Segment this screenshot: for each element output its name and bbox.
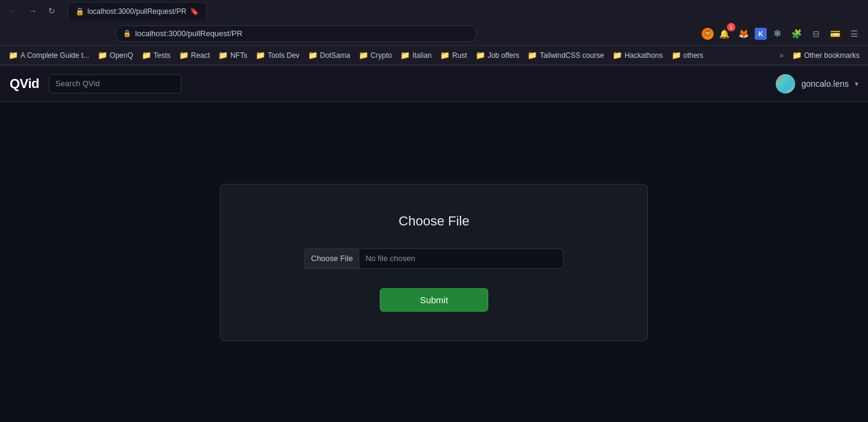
bookmarks-more-button[interactable]: » bbox=[776, 49, 787, 61]
lock-icon: 🔒 bbox=[123, 30, 131, 37]
tab-bar: ← → ↻ 🔒 localhost:3000/pullRequest/PR 🔖 bbox=[0, 0, 868, 22]
folder-icon-8: 📁 bbox=[359, 51, 368, 60]
bookmark-label-14: others bbox=[684, 51, 703, 60]
bookmark-item-8[interactable]: 📁 Crypto bbox=[355, 49, 395, 61]
folder-icon-5: 📁 bbox=[218, 51, 228, 60]
tab-title: localhost:3000/pullRequest/PR bbox=[87, 7, 186, 16]
wallet-icon[interactable]: 💳 bbox=[827, 25, 844, 42]
folder-icon-12: 📁 bbox=[527, 51, 537, 60]
other-bookmarks-label: Other bookmarks bbox=[804, 51, 860, 60]
back-button[interactable]: ← bbox=[5, 2, 22, 19]
folder-icon-9: 📁 bbox=[400, 51, 410, 60]
forward-button[interactable]: → bbox=[24, 2, 41, 19]
bookmarks-bar: 📁 A Complete Guide t... 📁 OpenQ 📁 Tests … bbox=[0, 46, 868, 65]
folder-icon-11: 📁 bbox=[476, 51, 485, 60]
bookmark-item-6[interactable]: 📁 Tools Dev bbox=[252, 49, 303, 61]
tab-nav-buttons: ← → ↻ bbox=[5, 2, 60, 19]
notification-badge: 1 bbox=[727, 23, 735, 31]
bookmark-item-1[interactable]: 📁 A Complete Guide t... bbox=[5, 49, 93, 61]
bookmark-item-4[interactable]: 📁 React bbox=[175, 49, 213, 61]
bookmark-label-2: OpenQ bbox=[110, 51, 133, 60]
bookmark-label-10: Rust bbox=[452, 51, 467, 60]
bookmark-label-3: Tests bbox=[154, 51, 171, 60]
cast-icon[interactable]: ⊟ bbox=[808, 25, 825, 42]
submit-button[interactable]: Submit bbox=[380, 288, 488, 312]
bookmark-item-13[interactable]: 📁 Hackathons bbox=[609, 49, 666, 61]
bookmark-item-10[interactable]: 📁 Rust bbox=[436, 49, 471, 61]
browser-toolbar-icons: 🦁 🔔 1 🦊 K ❄ 🧩 ⊟ 💳 ☰ bbox=[702, 25, 863, 42]
folder-icon-14: 📁 bbox=[671, 51, 681, 60]
other-bookmarks-folder-icon: 📁 bbox=[792, 51, 802, 60]
card-title: Choose File bbox=[398, 213, 469, 229]
folder-icon-3: 📁 bbox=[142, 51, 151, 60]
snowflake-icon[interactable]: ❄ bbox=[769, 25, 786, 42]
metamask-icon[interactable]: 🦊 bbox=[735, 25, 752, 42]
bookmark-label-13: Hackathons bbox=[624, 51, 662, 60]
user-name: goncalo.lens bbox=[801, 79, 849, 89]
bookmark-label-8: Crypto bbox=[371, 51, 392, 60]
bookmark-label-11: Job offers bbox=[488, 51, 519, 60]
bookmark-label-5: NFTs bbox=[230, 51, 247, 60]
bookmark-label-9: Italian bbox=[412, 51, 432, 60]
kagi-icon[interactable]: K bbox=[755, 28, 767, 40]
bookmark-item-7[interactable]: 📁 DotSama bbox=[304, 49, 354, 61]
folder-icon-2: 📁 bbox=[98, 51, 107, 60]
bookmark-item-14[interactable]: 📁 others bbox=[668, 49, 707, 61]
folder-icon-4: 📁 bbox=[179, 51, 189, 60]
brave-shield-icon[interactable]: 🦁 bbox=[702, 28, 714, 40]
folder-icon-1: 📁 bbox=[8, 51, 18, 60]
choose-file-button[interactable]: Choose File bbox=[304, 248, 359, 269]
bookmark-item-12[interactable]: 📁 TailwindCSS course bbox=[524, 49, 608, 61]
menu-icon[interactable]: ☰ bbox=[846, 25, 863, 42]
search-input[interactable] bbox=[49, 74, 181, 93]
bookmark-item-9[interactable]: 📁 Italian bbox=[397, 49, 435, 61]
svg-point-0 bbox=[776, 74, 795, 93]
folder-icon-7: 📁 bbox=[308, 51, 318, 60]
tab-bookmark-icon: 🔖 bbox=[190, 7, 199, 16]
file-input-wrapper: Choose File No file chosen bbox=[304, 248, 564, 269]
bookmark-label-12: TailwindCSS course bbox=[539, 51, 604, 60]
bookmark-label-4: React bbox=[191, 51, 210, 60]
bookmark-item-2[interactable]: 📁 OpenQ bbox=[94, 49, 137, 61]
address-bar-row: 🔒 localhost:3000/pullRequest/PR 🦁 🔔 1 🦊 … bbox=[0, 22, 868, 46]
file-name-display: No file chosen bbox=[359, 248, 564, 269]
folder-icon-13: 📁 bbox=[612, 51, 622, 60]
tab-favicon: 🔒 bbox=[75, 7, 84, 16]
bookmark-item-5[interactable]: 📁 NFTs bbox=[215, 49, 251, 61]
browser-chrome: ← → ↻ 🔒 localhost:3000/pullRequest/PR 🔖 … bbox=[0, 0, 868, 66]
upload-card: Choose File Choose File No file chosen S… bbox=[220, 184, 648, 341]
brave-shield-container: 🦁 bbox=[702, 28, 714, 40]
folder-icon-10: 📁 bbox=[440, 51, 450, 60]
user-avatar bbox=[776, 74, 795, 93]
active-tab[interactable]: 🔒 localhost:3000/pullRequest/PR 🔖 bbox=[68, 2, 207, 20]
user-menu-chevron-icon[interactable]: ▾ bbox=[855, 80, 858, 88]
bookmark-label-1: A Complete Guide t... bbox=[20, 51, 89, 60]
bookmark-item-11[interactable]: 📁 Job offers bbox=[472, 49, 523, 61]
address-bar[interactable]: 🔒 localhost:3000/pullRequest/PR bbox=[115, 25, 477, 42]
bookmark-label-6: Tools Dev bbox=[268, 51, 300, 60]
brave-notification-container: 🔔 1 bbox=[716, 25, 733, 42]
app-header: QVid goncalo.lens ▾ bbox=[0, 66, 868, 102]
bookmark-other-button[interactable]: 📁 Other bookmarks bbox=[788, 49, 863, 61]
app-logo: QVid bbox=[10, 76, 39, 92]
extensions-icon[interactable]: 🧩 bbox=[788, 25, 805, 42]
bookmark-label-7: DotSama bbox=[320, 51, 350, 60]
refresh-button[interactable]: ↻ bbox=[43, 2, 60, 19]
main-content: Choose File Choose File No file chosen S… bbox=[0, 102, 868, 422]
bookmark-item-3[interactable]: 📁 Tests bbox=[138, 49, 174, 61]
address-text: localhost:3000/pullRequest/PR bbox=[135, 29, 242, 38]
header-right: goncalo.lens ▾ bbox=[776, 74, 858, 93]
folder-icon-6: 📁 bbox=[256, 51, 265, 60]
snowflake-symbol: ❄ bbox=[773, 28, 781, 39]
